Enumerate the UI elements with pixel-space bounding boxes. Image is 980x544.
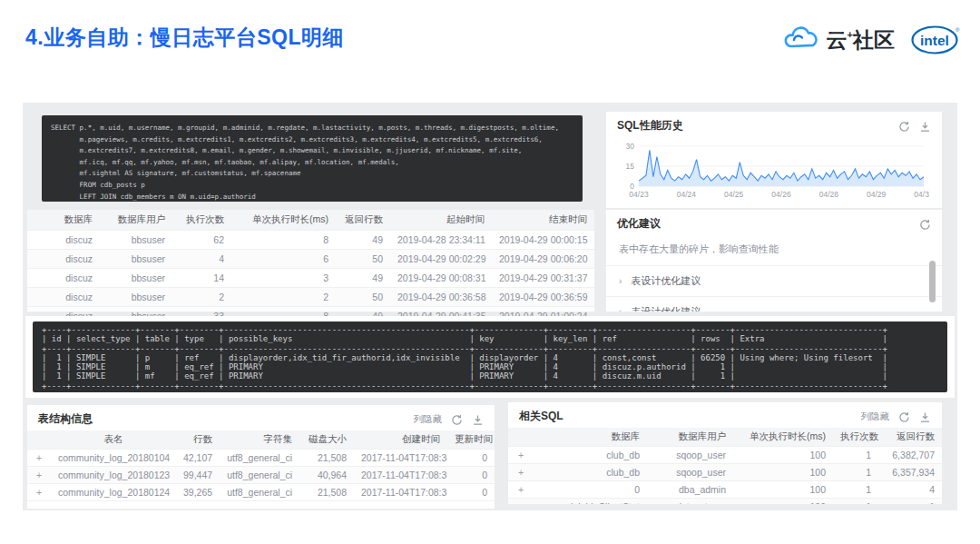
column-hide-button[interactable]: 列隐藏	[414, 413, 443, 426]
related-sql-table: 数据库数据库用户单次执行时长(ms)执行次数返回行数 +club_dbsqoop…	[508, 428, 942, 504]
refresh-icon[interactable]	[919, 218, 931, 230]
table-cell: 50	[336, 250, 390, 269]
table-cell: community_log_20180123	[51, 467, 176, 484]
column-header: 数据库	[27, 210, 100, 231]
optimization-suggestions-card: 优化建议 表中存在大量的碎片，影响查询性能 ›表设计优化建议›表设计优化建议	[606, 210, 942, 312]
table-cell: 0	[447, 450, 495, 467]
table-cell: 99,447	[176, 467, 220, 484]
table-cell: discuz	[27, 269, 100, 288]
table-cell: 2017-11-04T17:08:30	[354, 450, 447, 467]
table-cell: 2019-04-29 00:31:37	[492, 269, 594, 288]
column-header: 更新时间	[447, 430, 495, 450]
table-cell: 21,508	[299, 484, 354, 501]
table-cell: 14	[172, 269, 231, 288]
expand-row-button[interactable]: +	[508, 499, 534, 505]
svg-text:®: ®	[956, 27, 960, 33]
table-cell: 2019-04-29 00:06:20	[492, 250, 594, 269]
column-header	[508, 428, 534, 447]
table-cell: 1	[833, 464, 878, 481]
table-cell: discuz	[27, 231, 100, 250]
column-header	[27, 430, 51, 450]
column-header: 返回行数	[336, 210, 390, 231]
table-cell: 2017-11-04T17:08:30	[354, 484, 447, 501]
explain-plan-block: +----+-------------+-------+--------+---…	[33, 321, 947, 392]
table-cell: 100	[733, 499, 833, 505]
table-cell: 0	[447, 467, 495, 484]
suggestion-item-label: 表设计优化建议	[631, 305, 701, 312]
svg-text:30: 30	[626, 142, 635, 151]
refresh-icon[interactable]	[451, 413, 463, 425]
expand-row-button[interactable]: +	[27, 450, 51, 467]
table-cell: community_log_20180124	[51, 484, 176, 501]
table-cell: 1	[833, 447, 878, 464]
refresh-icon[interactable]	[898, 410, 910, 422]
column-header: 数据库用户	[100, 210, 172, 231]
scrollbar[interactable]	[929, 261, 936, 302]
expand-row-button[interactable]: +	[27, 467, 51, 484]
table-cell: 40,964	[299, 467, 354, 484]
column-header: 数据库用户	[647, 428, 733, 447]
performance-chart: 0153004/2304/2404/2504/2604/2804/2904/30	[606, 137, 942, 203]
table-header-row: 数据库数据库用户单次执行时长(ms)执行次数返回行数	[508, 428, 942, 447]
table-cell: 100	[733, 447, 833, 464]
table-row: +community_log_2018012399,447utf8_genera…	[27, 467, 495, 484]
download-icon[interactable]	[919, 410, 931, 422]
table-cell: discuz	[27, 288, 100, 307]
svg-text:04/30: 04/30	[914, 190, 929, 199]
cloud-icon	[782, 25, 820, 55]
table-cell: 3	[231, 269, 336, 288]
table-cell: 2019-04-29 00:36:59	[492, 288, 594, 307]
table-cell: 49	[336, 269, 390, 288]
table-row: discuzbbsuser46502019-04-29 00:02:292019…	[27, 250, 594, 269]
cloud-community-logo: 云+社区	[782, 25, 895, 55]
table-cell: 4	[878, 481, 942, 499]
table-header-row: 数据库数据库用户执行次数单次执行时长(ms)返回行数起始时间结束时间	[27, 210, 594, 231]
column-header: 创建时间	[354, 430, 447, 450]
svg-text:04/26: 04/26	[771, 190, 791, 199]
suggestion-expand-item[interactable]: ›表设计优化建议	[606, 265, 942, 296]
expand-row-button[interactable]: +	[27, 484, 51, 501]
expand-row-button[interactable]: +	[508, 481, 534, 499]
svg-text:04/29: 04/29	[867, 190, 887, 199]
download-icon[interactable]	[919, 120, 931, 132]
table-header-row: 表名行数字符集磁盘大小创建时间更新时间	[27, 430, 495, 450]
column-header: 表名	[51, 430, 176, 450]
table-row: +community_log_2018012439,265utf8_genera…	[27, 484, 495, 501]
table-cell: 39,265	[176, 484, 220, 501]
table-cell: 0	[534, 481, 647, 499]
table-cell: bbsuser	[100, 288, 172, 307]
table-cell: sqoop_user	[647, 447, 733, 464]
column-hide-button[interactable]: 列隐藏	[861, 410, 890, 423]
table-structure-table: 表名行数字符集磁盘大小创建时间更新时间 +community_log_20180…	[27, 430, 495, 501]
sql-performance-card: SQL性能历史 0153004/2304/2404/2504/2604/2804…	[606, 112, 942, 208]
table-cell: dba_admin	[647, 481, 733, 499]
community-logo-text: 云+社区	[827, 26, 895, 54]
table-cell: club_db	[534, 464, 647, 481]
expand-row-button[interactable]: +	[508, 447, 534, 464]
svg-text:15: 15	[626, 162, 635, 171]
chevron-right-icon: ›	[619, 276, 622, 286]
sql-query-text: SELECT p.*, m.uid, m.username, m.groupid…	[42, 115, 583, 202]
table-cell: sqoop_user	[647, 464, 733, 481]
expand-row-button[interactable]: +	[508, 464, 534, 481]
table-cell: 2017-11-04T17:08:30	[354, 467, 447, 484]
chevron-right-icon: ›	[619, 307, 622, 312]
table-cell: 8	[231, 231, 336, 250]
table-row: +community_log_2018010442,107utf8_genera…	[27, 450, 495, 467]
table-cell: 6,357,934	[878, 464, 942, 481]
table-cell: 100	[733, 464, 833, 481]
refresh-icon[interactable]	[898, 120, 910, 132]
table-cell: dolphinClientStat	[534, 499, 647, 505]
suggestion-expand-item[interactable]: ›表设计优化建议	[606, 296, 942, 312]
table-row: +0dba_admin10014	[508, 481, 942, 499]
column-header: 字符集	[220, 430, 299, 450]
table-cell: 1	[833, 481, 878, 499]
table-cell: 2019-04-28 23:34:11	[390, 231, 492, 250]
table-row: discuzbbsuser628492019-04-28 23:34:11201…	[27, 231, 594, 250]
column-header: 执行次数	[833, 428, 878, 447]
table-cell: 49	[336, 231, 390, 250]
download-icon[interactable]	[472, 413, 484, 425]
table-cell: utf8_general_ci	[220, 450, 299, 467]
svg-text:04/25: 04/25	[724, 190, 744, 199]
column-header: 单次执行时长(ms)	[733, 428, 833, 447]
